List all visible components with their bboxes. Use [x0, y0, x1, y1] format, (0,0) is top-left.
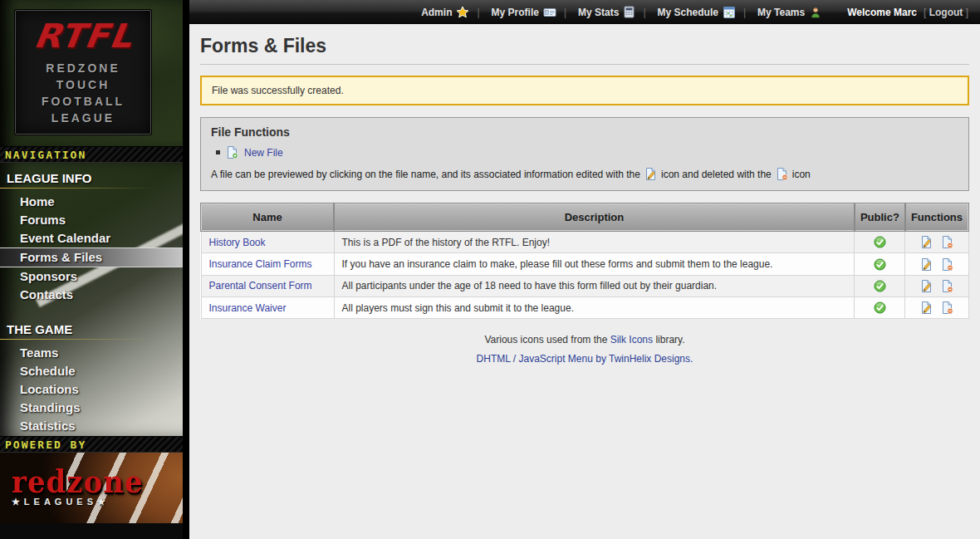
- sidebar: RTFL REDZONE TOUCH FOOTBALL LEAGUE NAVIG…: [0, 0, 183, 539]
- logout-link[interactable]: Logout: [924, 7, 968, 18]
- vcard-icon: [543, 6, 556, 19]
- silk-icons-link[interactable]: Silk Icons: [610, 334, 653, 345]
- file-name-link[interactable]: Insurance Claim Forms: [209, 258, 312, 270]
- sidebar-item-statistics[interactable]: Statistics: [0, 417, 183, 435]
- file-functions-title: File Functions: [211, 125, 958, 139]
- sidebar-item-forums[interactable]: Forums: [0, 211, 183, 229]
- sidebar-item-sponsors[interactable]: Sponsors: [0, 267, 183, 286]
- section-title-league-info: LEAGUE INFO: [0, 166, 183, 189]
- sidebar-menu: LEAGUE INFO Home Forums Event Calendar F…: [0, 163, 183, 436]
- edit-file-button[interactable]: [920, 280, 933, 292]
- page-edit-icon: [644, 168, 657, 180]
- league-logo-area: RTFL REDZONE TOUCH FOOTBALL LEAGUE: [0, 0, 183, 146]
- files-table: Name Description Public? Functions Histo…: [200, 203, 969, 319]
- page-edit-icon: [920, 258, 933, 271]
- column-header-description: Description: [334, 203, 855, 231]
- sidebar-item-contacts[interactable]: Contacts: [0, 286, 183, 304]
- topbar-label: My Stats: [578, 7, 619, 18]
- table-row: Parental Consent Form All participants u…: [201, 275, 968, 296]
- main-column: Admin My Profile My Stats My Schedule My…: [189, 0, 980, 539]
- powered-by-label: POWERED BY: [5, 439, 86, 451]
- new-file-link[interactable]: New File: [244, 147, 283, 159]
- topbar-item-admin[interactable]: Admin: [421, 6, 469, 19]
- accept-icon: [874, 236, 886, 248]
- page-delete-icon: [776, 168, 788, 180]
- file-description: If you have an insurance claim to make, …: [334, 253, 855, 275]
- league-logo[interactable]: RTFL REDZONE TOUCH FOOTBALL LEAGUE: [15, 10, 151, 135]
- files-table-header-row: Name Description Public? Functions: [201, 203, 968, 231]
- logo-line: TOUCH: [56, 76, 110, 93]
- logo-line: REDZONE: [46, 60, 120, 76]
- page: RTFL REDZONE TOUCH FOOTBALL LEAGUE NAVIG…: [0, 0, 980, 539]
- file-functions-help: A file can be previewed by clicking on t…: [211, 168, 958, 180]
- edit-file-button[interactable]: [920, 301, 933, 313]
- delete-file-button[interactable]: [941, 236, 953, 247]
- file-description: This is a PDF of the history of the RTFL…: [334, 231, 855, 253]
- page-title: Forms & Files: [200, 32, 969, 65]
- footer-menu-credit: DHTML / JavaScript Menu by TwinHelix Des…: [200, 353, 969, 365]
- file-name-link[interactable]: Parental Consent Form: [209, 280, 312, 292]
- logo-line: FOOTBALL: [42, 93, 125, 110]
- twinhelix-link[interactable]: DHTML / JavaScript Menu by TwinHelix Des…: [477, 353, 693, 365]
- page-add-icon: [226, 146, 238, 159]
- section-the-game: THE GAME Teams Schedule Locations Standi…: [0, 317, 183, 435]
- page-edit-icon: [920, 280, 933, 292]
- section-league-info: LEAGUE INFO Home Forums Event Calendar F…: [0, 166, 183, 304]
- page-delete-icon: [941, 280, 953, 292]
- sidebar-filler: [0, 523, 183, 539]
- logo-rtfl-text: RTFL: [32, 20, 135, 53]
- bullet-icon: [216, 150, 220, 154]
- file-functions-box: File Functions New File A file can be pr…: [200, 117, 969, 191]
- section-title-the-game: THE GAME: [0, 317, 183, 340]
- star-icon: [456, 6, 469, 19]
- footer-text: library.: [655, 334, 684, 345]
- topbar-label: Admin: [421, 7, 452, 18]
- table-row: Insurance Waiver All players must sign t…: [201, 296, 968, 318]
- page-edit-icon: [920, 301, 933, 314]
- file-description: All players must sign this and submit it…: [334, 296, 855, 318]
- success-notice-text: File was successfully created.: [212, 85, 344, 96]
- file-name-link[interactable]: Insurance Waiver: [209, 302, 287, 314]
- column-header-public: Public?: [855, 203, 905, 231]
- topbar-item-my-teams[interactable]: My Teams: [736, 6, 822, 19]
- accept-icon: [874, 280, 886, 292]
- redzone-logo-subtext: ★LEAGUES★: [12, 497, 183, 507]
- sidebar-item-home[interactable]: Home: [0, 193, 183, 211]
- topbar-label: My Profile: [492, 7, 539, 18]
- file-name-link[interactable]: History Book: [209, 237, 266, 248]
- page-delete-icon: [941, 236, 953, 248]
- welcome-text: Welcome Marc: [847, 7, 917, 18]
- sidebar-item-forms-files[interactable]: Forms & Files: [0, 247, 183, 267]
- page-delete-icon: [941, 301, 953, 314]
- sidebar-item-teams[interactable]: Teams: [0, 344, 183, 362]
- redzone-leagues-logo[interactable]: redzone ★LEAGUES★: [0, 453, 183, 523]
- help-text: A file can be previewed by clicking on t…: [211, 169, 640, 180]
- logo-line: LEAGUE: [51, 110, 115, 126]
- delete-file-button[interactable]: [941, 301, 953, 313]
- topbar: Admin My Profile My Stats My Schedule My…: [189, 0, 980, 24]
- footer-icons-credit: Various icons used from the Silk Icons l…: [200, 334, 969, 345]
- content: Forms & Files File was successfully crea…: [189, 24, 980, 365]
- accept-icon: [874, 258, 886, 271]
- page-gutter: [183, 0, 189, 539]
- file-description: All participants under the age of 18 nee…: [334, 275, 855, 296]
- topbar-item-my-schedule[interactable]: My Schedule: [635, 6, 735, 19]
- table-row: History Book This is a PDF of the histor…: [201, 231, 968, 253]
- column-header-name: Name: [201, 203, 334, 231]
- sidebar-item-standings[interactable]: Standings: [0, 399, 183, 417]
- edit-file-button[interactable]: [920, 257, 933, 269]
- topbar-label: My Schedule: [658, 7, 718, 18]
- delete-file-button[interactable]: [941, 280, 953, 292]
- topbar-item-my-stats[interactable]: My Stats: [556, 6, 635, 18]
- navigation-label: NAVIGATION: [5, 149, 86, 161]
- column-header-functions: Functions: [905, 203, 968, 231]
- edit-file-button[interactable]: [920, 236, 933, 247]
- success-notice: File was successfully created.: [200, 76, 969, 105]
- sidebar-item-schedule[interactable]: Schedule: [0, 362, 183, 380]
- footer-text: Various icons used from the: [484, 334, 607, 345]
- topbar-item-my-profile[interactable]: My Profile: [469, 6, 556, 19]
- page-edit-icon: [920, 236, 933, 248]
- sidebar-item-event-calendar[interactable]: Event Calendar: [0, 229, 183, 247]
- sidebar-item-locations[interactable]: Locations: [0, 380, 183, 399]
- delete-file-button[interactable]: [941, 257, 953, 269]
